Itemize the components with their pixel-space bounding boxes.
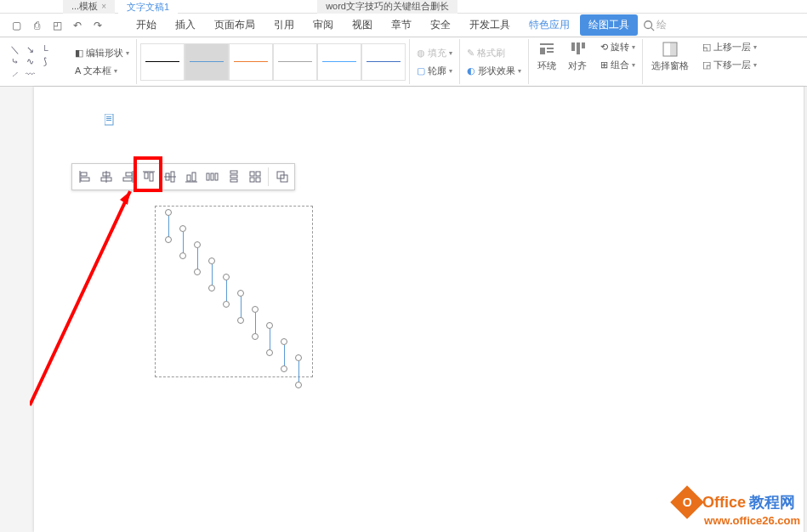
- distribute-h-button[interactable]: [202, 166, 223, 188]
- shapes-gallery[interactable]: ＼ ↘ └ ⤷ ∿ ⟆ ⟋ 〰: [3, 39, 68, 84]
- svg-rect-16: [81, 173, 87, 176]
- edit-shape-button[interactable]: ◧编辑形状▾: [71, 45, 133, 61]
- align-bottom-button[interactable]: [180, 166, 202, 188]
- group-toolbar-button[interactable]: [271, 166, 293, 188]
- preview-icon[interactable]: ◰: [49, 18, 65, 33]
- line-style-blue2[interactable]: [361, 43, 406, 81]
- line-style-blue[interactable]: [185, 43, 229, 81]
- arrow-shape-icon[interactable]: ↘: [23, 45, 37, 55]
- svg-line-1: [651, 27, 655, 31]
- equal-size-button[interactable]: [244, 166, 265, 188]
- fill-outline-section: ◍填充▾ ▢轮廓▾: [410, 39, 460, 84]
- connector-shape-icon[interactable]: └: [38, 45, 52, 55]
- svg-rect-41: [250, 178, 254, 182]
- print-icon[interactable]: ⎙: [29, 18, 44, 33]
- ribbon-tabs: ▢ ⎙ ◰ ↶ ↷ 开始 插入 页面布局 引用 审阅 视图 章节 安全 开发工具…: [0, 14, 807, 37]
- connector2-shape-icon[interactable]: ⤷: [8, 57, 21, 67]
- svg-marker-46: [120, 191, 130, 205]
- close-icon[interactable]: ×: [101, 2, 106, 11]
- tab-insert[interactable]: 插入: [167, 14, 204, 36]
- svg-rect-42: [256, 178, 260, 182]
- svg-rect-12: [106, 116, 111, 117]
- ribbon-content: ＼ ↘ └ ⤷ ∿ ⟆ ⟋ 〰 ◧编辑形状▾ A文本框▾ ◍填充▾ ▢轮廓▾ ✎…: [0, 37, 807, 87]
- scribble-shape-icon[interactable]: 〰: [23, 69, 37, 79]
- selection-bounding-box[interactable]: [155, 206, 313, 377]
- watermark: O Office教程网 www.office26.com: [675, 490, 800, 527]
- line-styles-gallery[interactable]: [140, 43, 406, 81]
- outline-icon: ▢: [417, 65, 425, 76]
- shape-effects-button[interactable]: ◐形状效果▾: [463, 63, 525, 79]
- document-icon: [105, 114, 115, 126]
- align-middle-button[interactable]: [159, 166, 180, 188]
- align-center-h-button[interactable]: [95, 166, 117, 188]
- line-style-black[interactable]: [140, 43, 185, 81]
- format-effects-section: ✎格式刷 ◐形状效果▾: [460, 39, 529, 84]
- group-button[interactable]: ⊞组合▾: [597, 57, 639, 73]
- svg-rect-40: [256, 172, 260, 176]
- rotate-icon: ⟲: [600, 42, 608, 53]
- fill-button[interactable]: ◍填充▾: [413, 45, 456, 61]
- svg-rect-8: [582, 42, 585, 48]
- curve2-shape-icon[interactable]: ⟆: [38, 57, 52, 67]
- selection-section: 选择窗格 ◱上移一层▾ ◲下移一层▾: [643, 39, 764, 84]
- svg-rect-25: [145, 173, 148, 178]
- svg-rect-35: [215, 173, 218, 180]
- tab-security[interactable]: 安全: [422, 14, 459, 36]
- align-left-button[interactable]: [74, 166, 95, 188]
- new-doc-icon[interactable]: ▢: [9, 18, 24, 33]
- tab-view[interactable]: 视图: [344, 14, 381, 36]
- undo-icon[interactable]: ↶: [70, 18, 85, 33]
- tab-drawing-tools[interactable]: 绘图工具: [580, 14, 638, 36]
- send-backward-button[interactable]: ◲下移一层▾: [699, 57, 760, 73]
- freeform-shape-icon[interactable]: ⟋: [8, 69, 21, 79]
- tab-start[interactable]: 开始: [128, 14, 165, 36]
- curve-shape-icon[interactable]: ∿: [23, 57, 37, 67]
- align-right-button[interactable]: [117, 166, 138, 188]
- format-painter-button[interactable]: ✎格式刷: [463, 45, 525, 61]
- text-box-icon: A: [75, 65, 81, 76]
- line-style-orange[interactable]: [229, 43, 273, 81]
- bring-forward-button[interactable]: ◱上移一层▾: [699, 39, 760, 55]
- wrap-icon: [538, 41, 555, 58]
- svg-rect-4: [547, 48, 554, 49]
- align-button[interactable]: 对齐: [563, 39, 592, 84]
- svg-rect-22: [126, 173, 132, 176]
- align-top-button[interactable]: [138, 166, 159, 188]
- svg-line-45: [30, 191, 130, 405]
- tab-chapter[interactable]: 章节: [383, 14, 420, 36]
- search-icon[interactable]: 绘: [643, 18, 667, 32]
- workspace: O Office教程网 www.office26.com: [0, 87, 807, 532]
- distribute-v-button[interactable]: [223, 166, 244, 188]
- document-tabs-bar: ...模板× 文字文稿1 word文字技巧的关键组合删长: [0, 0, 807, 14]
- svg-rect-31: [187, 175, 190, 181]
- tab-developer[interactable]: 开发工具: [461, 14, 519, 36]
- line-style-gray[interactable]: [273, 43, 317, 81]
- svg-rect-11: [105, 114, 113, 125]
- tab-review[interactable]: 审阅: [304, 14, 342, 36]
- edit-shape-icon: ◧: [75, 48, 83, 59]
- svg-rect-14: [106, 120, 111, 121]
- svg-rect-33: [207, 173, 209, 180]
- document-area[interactable]: [34, 87, 807, 532]
- annotation-arrow: [30, 184, 145, 410]
- tab-template[interactable]: ...模板×: [63, 0, 115, 14]
- line-style-lightblue[interactable]: [317, 43, 361, 81]
- svg-rect-6: [571, 42, 575, 51]
- wrap-button[interactable]: 环绕: [532, 39, 561, 84]
- align-icon: [569, 41, 586, 58]
- text-box-button[interactable]: A文本框▾: [71, 63, 133, 79]
- line-styles-section: [137, 39, 410, 84]
- tab-special-apps[interactable]: 特色应用: [520, 14, 578, 36]
- outline-button[interactable]: ▢轮廓▾: [413, 63, 456, 79]
- tab-document1[interactable]: 文字文稿1: [118, 0, 178, 14]
- svg-rect-23: [123, 178, 132, 181]
- svg-point-0: [645, 20, 652, 28]
- tab-page-layout[interactable]: 页面布局: [206, 14, 264, 36]
- selection-pane-icon: [662, 41, 679, 58]
- tab-word-tips[interactable]: word文字技巧的关键组合删长: [317, 0, 457, 14]
- tab-references[interactable]: 引用: [265, 14, 303, 36]
- line-shape-icon[interactable]: ＼: [8, 45, 21, 55]
- rotate-button[interactable]: ⟲旋转▾: [597, 39, 639, 55]
- selection-pane-button[interactable]: 选择窗格: [646, 39, 694, 84]
- redo-icon[interactable]: ↷: [90, 18, 105, 33]
